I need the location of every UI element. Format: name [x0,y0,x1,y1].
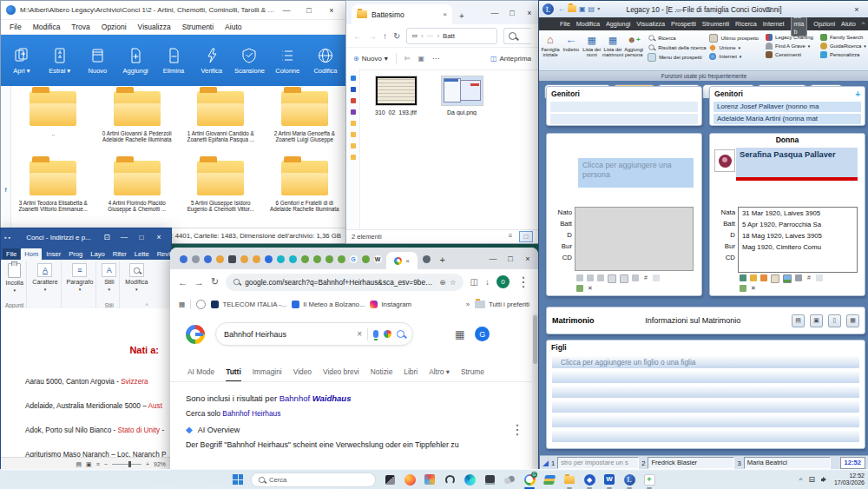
menu-modifica[interactable]: Modifica [33,23,61,31]
zoom-icon[interactable]: ⊕ [439,278,445,287]
folder-icon[interactable] [351,155,356,160]
refresh-icon[interactable]: ↻ [211,276,219,287]
read-mode-icon[interactable]: ▤ [76,461,82,468]
print-layout-icon[interactable]: ▣ [86,461,92,468]
all-bookmarks-button[interactable]: Tutti i preferiti [475,301,529,308]
new-tab-button[interactable]: + [459,11,464,21]
child-slot[interactable] [552,400,859,413]
folder-item[interactable]: 6 Genitori e Fratelli di di Adelaide Rac… [265,157,345,227]
taskbar-clock[interactable]: 12:52 17/03/2026 [834,472,865,486]
lens-icon[interactable] [384,330,391,338]
firefox-icon[interactable] [404,473,416,486]
legacy-icon[interactable]: L [623,473,635,486]
delete-button[interactable]: Elimina [158,35,189,87]
pinned-tab[interactable] [180,255,187,263]
maximize-button[interactable]: □ [760,1,777,17]
globe-icon[interactable] [196,300,206,309]
family-icon[interactable] [740,274,746,281]
folder-item[interactable]: 5 Artini Giuseppe Isidoro Eugenio & Chem… [181,157,261,227]
styles-button[interactable]: A Stili▾ [102,263,116,292]
pinned-tab[interactable] [216,255,224,263]
archive-titlebar[interactable]: M:\Alberi\Albero Legacy\Archivio\Conci 1… [1,1,346,20]
person-name[interactable]: Serafina Pasqua Pallaver [736,148,858,181]
pinned-tab[interactable] [277,255,285,263]
search-only-link[interactable]: Bahnhof Heirhaus [222,409,280,418]
collapse-ribbon-icon[interactable]: ^ [862,20,865,28]
internet-button[interactable]: Internet ▾ [709,53,762,60]
green-plus-app-icon[interactable]: + [643,473,655,486]
menu-strumenti[interactable]: Strumenti [702,20,729,28]
research-guidance-button[interactable]: GuidaRicerca ▾ [820,43,868,50]
child-slot[interactable] [552,430,859,442]
parents-left-panel[interactable]: Genitori [546,86,702,126]
child-slot[interactable] [552,386,859,398]
menu-opzioni[interactable]: Opzioni [102,23,127,31]
marriage-edit-button[interactable]: ▣ [810,314,823,327]
quick-access-dropdown-icon[interactable]: ▾ [597,5,600,13]
gtab-books[interactable]: Libri [404,367,418,382]
events-icon[interactable] [587,274,594,281]
folder-item[interactable]: 2 Artini Maria Genoeffa & Zoanetti Luigi… [265,88,345,157]
explorer-tab[interactable]: Battesimo × [352,4,452,24]
new-button[interactable]: ⊕Nuovo ▾ [353,55,388,63]
events-icon[interactable] [750,274,757,281]
back-icon[interactable]: ← [558,5,565,13]
last-report-button[interactable]: Ultimo prospetto [709,34,762,43]
minimize-button[interactable]: — [115,228,133,246]
menu-file[interactable]: File [560,20,570,28]
scan-button[interactable]: Scansione [233,35,265,87]
gtab-all[interactable]: Tutti [226,367,241,382]
home-family-button[interactable]: ⌂Famiglia iniziale [540,31,561,70]
gtab-news[interactable]: Notizie [371,367,393,382]
folder-item[interactable]: 3 Artini Teodora Elisabetta & Zoanetti V… [13,157,94,227]
included-results-link[interactable]: Bahnhof Waidhaus [279,393,352,403]
more-options-icon[interactable]: ⋯ [432,55,439,63]
menu-aiuto[interactable]: Aiuto [841,20,856,28]
gtab-tools[interactable]: Strume [461,367,484,382]
google-search-box[interactable]: Bahnhof Heirhaus × [215,322,413,346]
search-button[interactable]: Ricerca [648,34,706,42]
tab-references[interactable]: Rifer [109,248,130,260]
file-item[interactable]: Da qui.png [435,76,489,230]
back-button[interactable]: ←Indietro [561,31,582,70]
marriage-panel[interactable]: Matrimonio Informazioni sul Matrimonio ▤… [546,307,865,334]
menu-modifica[interactable]: Modifica [576,20,600,28]
file-item[interactable]: 310_02_193.jfif [369,76,423,230]
maximize-button[interactable]: □ [502,248,519,269]
close-tab-icon[interactable]: × [405,257,410,265]
pinned-tab[interactable] [326,255,333,263]
tab-draw[interactable]: Prog [65,248,86,260]
search-results-button[interactable]: Risultati della ricerca [648,43,706,51]
active-tab[interactable]: × [386,252,418,269]
customize-button[interactable]: Personalizza [820,51,868,58]
pinned-tab[interactable] [301,255,309,263]
census-button[interactable]: Censimenti [766,51,817,58]
menu-file[interactable]: File [10,23,22,31]
search-box[interactable] [503,28,531,44]
menu-visualizza[interactable]: Visualizza [138,23,171,31]
bookmark-icon[interactable]: ◢ [542,459,549,467]
person-avatar[interactable] [714,149,735,172]
speaker-icon[interactable] [821,477,828,482]
maximize-button[interactable]: □ [298,1,320,19]
add-person-placeholder[interactable]: Clicca per aggiungere una persona [578,158,694,188]
zoom-level[interactable]: 92% [154,461,166,467]
pinned-tab[interactable] [313,255,321,263]
menu-aggiungi[interactable]: Aggiungi [606,20,630,28]
pinned-tab[interactable] [338,255,345,263]
parents-right-panel[interactable]: Genitori + Lorenz Josef Pallaver (nonno … [709,86,865,126]
report-menu-button[interactable]: Menu dei prospetti [648,53,706,62]
cut-icon[interactable]: ✄ [404,55,411,63]
minimize-button[interactable]: — [484,248,502,269]
extract-button[interactable]: Estrai ▾ [44,35,76,87]
binoculars-icon[interactable] [632,274,639,281]
bookmarks-overflow-icon[interactable]: » [466,301,470,308]
back-icon[interactable]: ← [353,31,362,41]
tab-favicon[interactable] [423,255,431,263]
hashtag-icon[interactable]: # [642,274,649,281]
google-avatar[interactable]: G [475,327,490,341]
legacy-titlebar[interactable]: L ← ▣ ▤ ▾ Legacy 10 - [E ... File di fam… [539,1,868,17]
media-app-icon[interactable] [483,473,496,486]
alerts-icon[interactable] [760,274,767,281]
pinned-tab[interactable] [192,255,200,263]
